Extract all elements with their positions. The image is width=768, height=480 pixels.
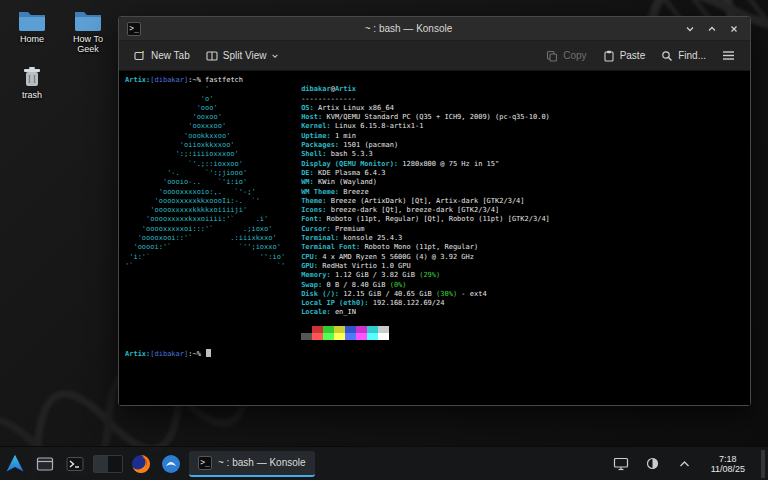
fastfetch-line: Kernel: Linux 6.15.8-artix1-1 [301, 122, 550, 131]
blank-line [125, 340, 750, 349]
fastfetch-line: Shell: bash 5.3.3 [301, 150, 550, 159]
paste-label: Paste [620, 50, 646, 61]
terminal-color-palette [301, 326, 550, 340]
close-button[interactable] [726, 21, 742, 37]
window-titlebar[interactable]: >_ ~ : bash — Konsole [119, 17, 750, 41]
chevron-down-icon [685, 24, 695, 34]
prompt-line-1: Artix:[dibakar]:~% fastfetch [125, 76, 750, 85]
fastfetch-line: Uptime: 1 min [301, 132, 550, 141]
application-launcher-button[interactable] [3, 452, 27, 476]
fastfetch-line: Swap: 0 B / 8.40 GiB (0%) [301, 281, 550, 290]
maximize-button[interactable] [704, 21, 720, 37]
split-view-button[interactable]: Split View [199, 46, 287, 66]
desktop-icon-home[interactable]: Home [6, 8, 58, 44]
new-tab-icon [134, 50, 146, 62]
terminal-icon [66, 456, 84, 472]
window-icon [36, 456, 54, 472]
find-label: Find... [678, 50, 706, 61]
folder-icon [73, 8, 103, 32]
virtual-desktop-pager[interactable] [93, 455, 123, 473]
fastfetch-line: Disk (/): 12.15 GiB / 40.65 GiB (30%) - … [301, 290, 550, 299]
split-view-icon [206, 50, 218, 62]
taskbar-task-konsole[interactable]: >_ ~ : bash — Konsole [189, 451, 315, 477]
clock-time: 7:18 [711, 454, 745, 464]
pager-desktop-2[interactable] [108, 456, 122, 472]
chevron-up-icon [707, 24, 717, 34]
pager-desktop-1[interactable] [94, 456, 108, 472]
terminal-cursor [206, 349, 211, 357]
new-tab-label: New Tab [151, 50, 190, 61]
fastfetch-line: WM Theme: Breeze [301, 188, 550, 197]
minimize-button[interactable] [682, 21, 698, 37]
desktop-icon-label: How To Geek [62, 34, 114, 54]
fastfetch-line: Cursor: Premium [301, 225, 550, 234]
fastfetch-line: dibakar@Artix [301, 85, 550, 94]
app-circle-icon [161, 454, 181, 474]
konsole-app-icon: >_ [127, 22, 141, 36]
desktop-icon-trash[interactable]: trash [6, 66, 58, 100]
artix-logo-icon [4, 453, 26, 475]
firefox-icon [131, 454, 151, 474]
fastfetch-line: Packages: 1501 (pacman) [301, 141, 550, 150]
window-list-button[interactable] [33, 452, 57, 476]
peek-at-desktop-button[interactable] [761, 450, 765, 478]
chevron-up-icon [679, 460, 690, 468]
fastfetch-line: OS: Artix Linux x86_64 [301, 104, 550, 113]
paste-icon [603, 50, 615, 62]
fastfetch-line: Terminal: konsole 25.4.3 [301, 234, 550, 243]
monitor-icon [613, 457, 629, 471]
konsole-window: >_ ~ : bash — Konsole New Tab Split View [118, 16, 751, 406]
fastfetch-line: CPU: 4 x AMD Ryzen 5 5600G (4) @ 3.92 GH… [301, 253, 550, 262]
terminal-launcher-button[interactable] [63, 452, 87, 476]
fastfetch-line: Theme: Breeze (ArtixDark) [Qt], Artix-da… [301, 197, 550, 206]
paste-button[interactable]: Paste [596, 46, 653, 66]
desktop-icon-label: Home [6, 34, 58, 44]
fastfetch-line: Terminal Font: Roboto Mono (11pt, Regula… [301, 243, 550, 252]
fastfetch-info: dibakar@Artix-------------OS: Artix Linu… [301, 85, 550, 339]
fastfetch-line: Font: Roboto (11pt, Regular) [Qt], Robot… [301, 215, 550, 224]
trash-icon [22, 66, 42, 88]
copy-label: Copy [563, 50, 586, 61]
hamburger-menu-button[interactable] [715, 46, 742, 65]
desktop-icon-how-to-geek[interactable]: How To Geek [62, 8, 114, 54]
expand-tray-button[interactable] [673, 452, 697, 476]
fastfetch-line: Locale: en_IN [301, 308, 550, 317]
task-label: ~ : bash — Konsole [218, 457, 306, 468]
firefox-launcher-button[interactable] [129, 452, 153, 476]
prompt-line-2: Artix:[dibakar]:~% [125, 349, 750, 359]
brightness-icon [645, 456, 660, 471]
konsole-toolbar: New Tab Split View Copy Paste [119, 41, 750, 71]
fastfetch-line: Display (QEMU Monitor): 1280x800 @ 75 Hz… [301, 160, 550, 169]
clock-date: 11/08/25 [711, 464, 745, 474]
night-light-tray-icon[interactable] [641, 452, 665, 476]
chevron-down-icon [271, 52, 279, 60]
display-tray-icon[interactable] [609, 452, 633, 476]
konsole-task-icon: >_ [198, 456, 212, 470]
fastfetch-line: ------------- [301, 95, 550, 104]
search-icon [661, 50, 673, 62]
hamburger-icon [722, 50, 735, 61]
copy-button[interactable]: Copy [539, 46, 593, 66]
find-button[interactable]: Find... [654, 46, 713, 66]
window-title: ~ : bash — Konsole [141, 23, 676, 34]
fastfetch-output: ' 'o' 'ooo' 'ooxoo' 'ooxxxoo' 'oookkxxoo… [125, 85, 750, 339]
folder-icon [17, 8, 47, 32]
system-tray: 7:18 11/08/25 [609, 450, 765, 478]
fastfetch-line: Host: KVM/QEMU Standard PC (Q35 + ICH9, … [301, 113, 550, 122]
fastfetch-line: WM: KWin (Wayland) [301, 178, 550, 187]
fastfetch-line: DE: KDE Plasma 6.4.3 [301, 169, 550, 178]
split-view-label: Split View [223, 50, 267, 61]
ascii-art: ' 'o' 'ooo' 'ooxoo' 'ooxxxoo' 'oookkxxoo… [125, 85, 285, 271]
close-icon [729, 24, 739, 34]
fastfetch-line: Local IP (eth0): 192.168.122.69/24 [301, 299, 550, 308]
fastfetch-line: Memory: 1.12 GiB / 3.82 GiB (29%) [301, 271, 550, 280]
fastfetch-line: Icons: breeze-dark [Qt], breeze-dark [GT… [301, 206, 550, 215]
taskbar-panel: >_ ~ : bash — Konsole 7:18 11/08/25 [0, 446, 768, 480]
files-launcher-button[interactable] [159, 452, 183, 476]
desktop-icon-label: trash [6, 90, 58, 100]
digital-clock[interactable]: 7:18 11/08/25 [705, 454, 751, 474]
terminal-viewport[interactable]: Artix:[dibakar]:~% fastfetch ' 'o' 'ooo'… [119, 71, 750, 405]
fastfetch-line: GPU: RedHat Virtio 1.0 GPU [301, 262, 550, 271]
copy-icon [546, 50, 558, 62]
new-tab-button[interactable]: New Tab [127, 46, 197, 66]
